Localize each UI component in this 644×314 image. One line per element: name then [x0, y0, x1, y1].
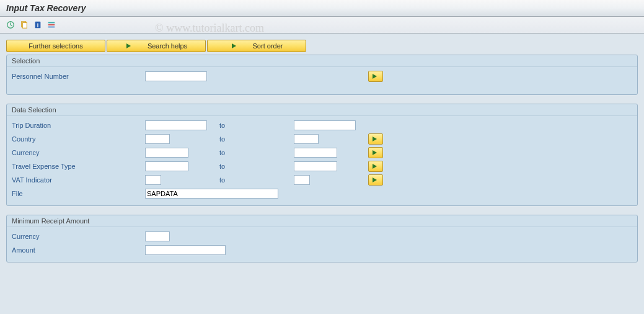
min-receipt-group: Minimum Receipt Amount Currency Amount: [6, 215, 638, 262]
country-from-input[interactable]: [145, 134, 170, 144]
min-currency-label: Currency: [12, 233, 145, 240]
data-selection-group: Data Selection Trip Duration to Country …: [6, 104, 638, 206]
country-multi-button[interactable]: [368, 133, 383, 145]
title-text: Input Tax Recovery: [6, 3, 86, 13]
execute-icon[interactable]: [5, 19, 16, 30]
file-row: File: [7, 187, 637, 200]
travel-exp-multi-button[interactable]: [368, 161, 383, 172]
trip-duration-label: Trip Duration: [12, 122, 145, 129]
min-amount-label: Amount: [12, 246, 145, 254]
currency-to-input[interactable]: [294, 148, 337, 158]
sort-order-label: Sort order: [253, 42, 283, 50]
svg-rect-9: [48, 27, 55, 28]
vat-to-input[interactable]: [294, 175, 310, 185]
travel-exp-to-label: to: [219, 163, 225, 170]
trip-duration-row: Trip Duration to: [7, 119, 637, 132]
file-input[interactable]: [145, 189, 278, 199]
filter-icon[interactable]: [46, 19, 57, 30]
country-to-label: to: [219, 135, 225, 143]
personnel-row: Personnel Number: [7, 70, 637, 83]
trip-duration-to-label: to: [219, 122, 225, 129]
search-helps-label: Search helps: [148, 42, 187, 50]
data-selection-group-title: Data Selection: [7, 104, 637, 116]
vat-row: VAT Indicator to: [7, 173, 637, 187]
personnel-label: Personnel Number: [12, 73, 145, 80]
top-button-row: Further selections Search helps Sort ord…: [6, 40, 638, 52]
vat-from-input[interactable]: [145, 175, 161, 185]
min-currency-row: Currency: [7, 230, 637, 243]
further-selections-button[interactable]: Further selections: [6, 40, 105, 52]
vat-label: VAT Indicator: [12, 176, 145, 184]
selection-group-title: Selection: [7, 55, 637, 67]
currency-multi-button[interactable]: [368, 147, 383, 158]
trip-duration-to-input[interactable]: [294, 120, 356, 130]
travel-exp-label: Travel Expense Type: [12, 163, 145, 170]
currency-from-input[interactable]: [145, 148, 188, 158]
currency-to-label: to: [219, 149, 225, 156]
selection-group: Selection Personnel Number: [6, 55, 638, 95]
svg-rect-8: [48, 24, 55, 25]
min-receipt-title: Minimum Receipt Amount: [7, 215, 637, 227]
file-label: File: [12, 190, 145, 197]
svg-rect-4: [22, 23, 27, 29]
svg-line-2: [11, 25, 12, 26]
further-selections-label: Further selections: [29, 42, 82, 50]
currency-label: Currency: [12, 149, 145, 156]
svg-rect-7: [48, 22, 55, 24]
search-helps-button[interactable]: Search helps: [107, 40, 206, 52]
sort-order-button[interactable]: Sort order: [207, 40, 306, 52]
country-to-input[interactable]: [294, 134, 319, 144]
personnel-multi-button[interactable]: [368, 71, 383, 82]
country-row: Country to: [7, 132, 637, 146]
travel-exp-row: Travel Expense Type to: [7, 159, 637, 173]
min-amount-row: Amount: [7, 243, 637, 257]
content-area: Further selections Search helps Sort ord…: [0, 34, 644, 277]
currency-row: Currency to: [7, 146, 637, 159]
page-title: Input Tax Recovery: [0, 0, 644, 17]
country-label: Country: [12, 135, 145, 143]
info-icon[interactable]: i: [32, 19, 43, 30]
vat-multi-button[interactable]: [368, 174, 383, 186]
min-currency-input[interactable]: [145, 231, 170, 241]
app-toolbar: i: [0, 17, 644, 34]
trip-duration-from-input[interactable]: [145, 120, 207, 130]
svg-text:i: i: [37, 22, 38, 29]
vat-to-label: to: [219, 176, 225, 184]
variant-icon[interactable]: [19, 19, 30, 30]
personnel-input[interactable]: [145, 71, 207, 81]
travel-exp-from-input[interactable]: [145, 161, 188, 171]
min-amount-input[interactable]: [145, 245, 226, 255]
travel-exp-to-input[interactable]: [294, 161, 337, 171]
